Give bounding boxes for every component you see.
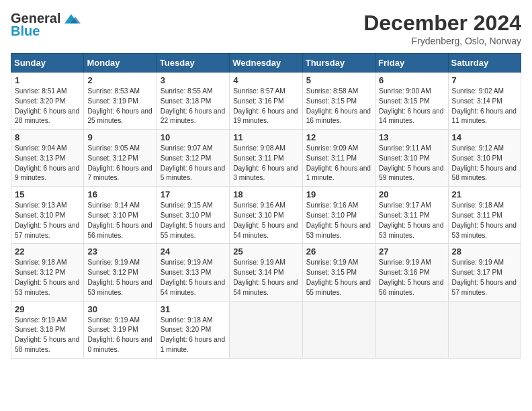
- day-info: Sunrise: 9:19 AMSunset: 3:16 PMDaylight:…: [379, 259, 443, 295]
- calendar-cell: 19 Sunrise: 9:16 AMSunset: 3:10 PMDaylig…: [302, 187, 375, 244]
- calendar-cell: 28 Sunrise: 9:19 AMSunset: 3:17 PMDaylig…: [448, 244, 521, 301]
- calendar-cell: 12 Sunrise: 9:09 AMSunset: 3:11 PMDaylig…: [302, 130, 375, 187]
- col-friday: Friday: [375, 54, 448, 73]
- day-info: Sunrise: 9:11 AMSunset: 3:10 PMDaylight:…: [379, 144, 443, 181]
- calendar-cell: 13 Sunrise: 9:11 AMSunset: 3:10 PMDaylig…: [375, 130, 448, 187]
- location: Frydenberg, Oslo, Norway: [363, 36, 521, 46]
- calendar-cell: [375, 301, 448, 358]
- calendar-cell: 11 Sunrise: 9:08 AMSunset: 3:11 PMDaylig…: [230, 130, 302, 187]
- calendar-cell: 29 Sunrise: 9:19 AMSunset: 3:18 PMDaylig…: [11, 301, 84, 358]
- logo-blue: Blue: [11, 24, 40, 39]
- calendar-cell: 7 Sunrise: 9:02 AMSunset: 3:14 PMDayligh…: [448, 73, 521, 130]
- calendar-week-5: 29 Sunrise: 9:19 AMSunset: 3:18 PMDaylig…: [11, 301, 521, 358]
- day-number: 17: [161, 189, 226, 199]
- day-number: 13: [379, 132, 444, 142]
- day-info: Sunrise: 9:15 AMSunset: 3:10 PMDaylight:…: [161, 201, 225, 238]
- title-block: December 2024 Frydenberg, Oslo, Norway: [363, 11, 521, 46]
- day-info: Sunrise: 9:19 AMSunset: 3:14 PMDaylight:…: [233, 259, 298, 295]
- logo: General Blue: [11, 11, 81, 39]
- day-number: 29: [15, 304, 80, 314]
- day-number: 10: [161, 132, 226, 142]
- day-number: 22: [15, 246, 80, 257]
- day-number: 21: [452, 189, 517, 199]
- day-info: Sunrise: 9:18 AMSunset: 3:20 PMDaylight:…: [161, 316, 225, 353]
- day-number: 2: [87, 75, 152, 85]
- calendar-week-4: 22 Sunrise: 9:18 AMSunset: 3:12 PMDaylig…: [11, 244, 521, 301]
- calendar-week-3: 15 Sunrise: 9:13 AMSunset: 3:10 PMDaylig…: [11, 187, 521, 244]
- day-number: 8: [15, 132, 80, 142]
- calendar-cell: [230, 301, 302, 358]
- day-number: 12: [306, 132, 371, 142]
- calendar-cell: 16 Sunrise: 9:14 AMSunset: 3:10 PMDaylig…: [84, 187, 157, 244]
- day-number: 31: [161, 304, 226, 314]
- calendar-cell: [448, 301, 521, 358]
- col-sunday: Sunday: [11, 54, 84, 73]
- day-info: Sunrise: 9:19 AMSunset: 3:13 PMDaylight:…: [161, 259, 225, 295]
- day-info: Sunrise: 9:08 AMSunset: 3:11 PMDaylight:…: [233, 144, 298, 181]
- calendar-week-2: 8 Sunrise: 9:04 AMSunset: 3:13 PMDayligh…: [11, 130, 521, 187]
- day-number: 16: [87, 189, 152, 199]
- calendar-cell: 17 Sunrise: 9:15 AMSunset: 3:10 PMDaylig…: [157, 187, 229, 244]
- day-info: Sunrise: 8:51 AMSunset: 3:20 PMDaylight:…: [15, 87, 79, 124]
- day-info: Sunrise: 8:58 AMSunset: 3:15 PMDaylight:…: [306, 87, 371, 124]
- page-header: General Blue December 2024 Frydenberg, O…: [11, 11, 521, 46]
- day-number: 9: [87, 132, 152, 142]
- col-thursday: Thursday: [302, 54, 375, 73]
- calendar-cell: 2 Sunrise: 8:53 AMSunset: 3:19 PMDayligh…: [84, 73, 157, 130]
- day-info: Sunrise: 9:19 AMSunset: 3:12 PMDaylight:…: [87, 259, 152, 295]
- day-number: 23: [87, 246, 152, 257]
- day-number: 3: [161, 75, 226, 85]
- calendar-cell: 26 Sunrise: 9:19 AMSunset: 3:15 PMDaylig…: [302, 244, 375, 301]
- day-number: 20: [379, 189, 444, 199]
- day-number: 14: [452, 132, 517, 142]
- day-info: Sunrise: 9:17 AMSunset: 3:11 PMDaylight:…: [379, 201, 443, 238]
- day-info: Sunrise: 9:16 AMSunset: 3:10 PMDaylight:…: [233, 201, 298, 238]
- calendar-cell: 14 Sunrise: 9:12 AMSunset: 3:10 PMDaylig…: [448, 130, 521, 187]
- calendar-cell: 27 Sunrise: 9:19 AMSunset: 3:16 PMDaylig…: [375, 244, 448, 301]
- calendar-cell: 1 Sunrise: 8:51 AMSunset: 3:20 PMDayligh…: [11, 73, 84, 130]
- col-wednesday: Wednesday: [230, 54, 302, 73]
- calendar-cell: 4 Sunrise: 8:57 AMSunset: 3:16 PMDayligh…: [230, 73, 302, 130]
- day-info: Sunrise: 9:13 AMSunset: 3:10 PMDaylight:…: [15, 201, 79, 238]
- day-info: Sunrise: 9:07 AMSunset: 3:12 PMDaylight:…: [161, 144, 225, 181]
- day-info: Sunrise: 9:14 AMSunset: 3:10 PMDaylight:…: [87, 201, 152, 238]
- day-info: Sunrise: 8:53 AMSunset: 3:19 PMDaylight:…: [87, 87, 152, 124]
- day-number: 11: [233, 132, 298, 142]
- day-info: Sunrise: 9:19 AMSunset: 3:17 PMDaylight:…: [452, 259, 517, 295]
- calendar-cell: 8 Sunrise: 9:04 AMSunset: 3:13 PMDayligh…: [11, 130, 84, 187]
- day-number: 7: [452, 75, 517, 85]
- calendar-cell: 22 Sunrise: 9:18 AMSunset: 3:12 PMDaylig…: [11, 244, 84, 301]
- day-info: Sunrise: 9:02 AMSunset: 3:14 PMDaylight:…: [452, 87, 517, 124]
- day-info: Sunrise: 9:00 AMSunset: 3:15 PMDaylight:…: [379, 87, 443, 124]
- calendar-cell: 18 Sunrise: 9:16 AMSunset: 3:10 PMDaylig…: [230, 187, 302, 244]
- col-monday: Monday: [84, 54, 157, 73]
- calendar-cell: 6 Sunrise: 9:00 AMSunset: 3:15 PMDayligh…: [375, 73, 448, 130]
- col-tuesday: Tuesday: [157, 54, 229, 73]
- calendar-week-1: 1 Sunrise: 8:51 AMSunset: 3:20 PMDayligh…: [11, 73, 521, 130]
- day-number: 27: [379, 246, 444, 257]
- day-number: 30: [87, 304, 152, 314]
- calendar-table: Sunday Monday Tuesday Wednesday Thursday…: [11, 53, 521, 359]
- day-info: Sunrise: 9:09 AMSunset: 3:11 PMDaylight:…: [306, 144, 371, 181]
- calendar-cell: 20 Sunrise: 9:17 AMSunset: 3:11 PMDaylig…: [375, 187, 448, 244]
- logo-icon: [62, 11, 81, 26]
- day-number: 6: [379, 75, 444, 85]
- day-info: Sunrise: 8:55 AMSunset: 3:18 PMDaylight:…: [161, 87, 225, 124]
- calendar-cell: 3 Sunrise: 8:55 AMSunset: 3:18 PMDayligh…: [157, 73, 229, 130]
- calendar-cell: 21 Sunrise: 9:18 AMSunset: 3:11 PMDaylig…: [448, 187, 521, 244]
- day-number: 5: [306, 75, 371, 85]
- calendar-cell: 24 Sunrise: 9:19 AMSunset: 3:13 PMDaylig…: [157, 244, 229, 301]
- day-number: 24: [161, 246, 226, 257]
- day-info: Sunrise: 9:19 AMSunset: 3:19 PMDaylight:…: [87, 316, 152, 353]
- day-number: 18: [233, 189, 298, 199]
- calendar-cell: 5 Sunrise: 8:58 AMSunset: 3:15 PMDayligh…: [302, 73, 375, 130]
- day-number: 1: [15, 75, 80, 85]
- col-saturday: Saturday: [448, 54, 521, 73]
- day-number: 28: [452, 246, 517, 257]
- day-info: Sunrise: 9:05 AMSunset: 3:12 PMDaylight:…: [87, 144, 152, 181]
- calendar-header-row: Sunday Monday Tuesday Wednesday Thursday…: [11, 54, 521, 73]
- calendar-cell: [302, 301, 375, 358]
- day-number: 15: [15, 189, 80, 199]
- month-title: December 2024: [363, 11, 521, 36]
- day-number: 25: [233, 246, 298, 257]
